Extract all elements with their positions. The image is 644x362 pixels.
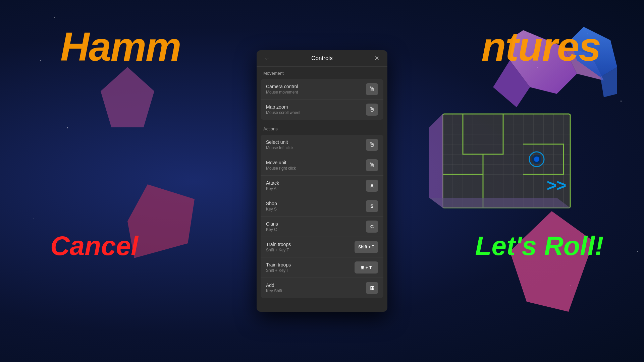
control-camera-name: Camera control: [266, 84, 298, 89]
section-movement: Movement Camera control Mouse movement 🖱…: [257, 67, 387, 120]
control-shop-badge[interactable]: S: [366, 200, 378, 212]
control-camera-key: Mouse movement: [266, 90, 298, 95]
modal-body[interactable]: Movement Camera control Mouse movement 🖱…: [257, 67, 387, 312]
control-clans-name: Clans: [266, 221, 278, 227]
control-shop-key: Key S: [266, 207, 277, 212]
control-move-unit-info: Move unit Mouse right click: [266, 160, 296, 171]
control-move-unit-name: Move unit: [266, 160, 296, 165]
control-add-key: Key Shift: [266, 289, 282, 293]
control-attack: Attack Key A A: [261, 176, 383, 196]
control-select-unit-badge[interactable]: 🖱: [366, 139, 378, 151]
control-shop-info: Shop Key S: [266, 201, 277, 212]
control-camera-badge[interactable]: 🖱: [366, 83, 378, 95]
control-select-unit-key: Mouse left click: [266, 145, 293, 150]
control-train-troops-2-name: Train troops: [266, 262, 291, 267]
control-mapzoom-info: Map zoom Mouse scroll wheel: [266, 104, 300, 115]
control-camera-info: Camera control Mouse movement: [266, 84, 298, 95]
control-shop-name: Shop: [266, 201, 277, 206]
control-clans-badge[interactable]: C: [366, 221, 378, 233]
actions-group: Select unit Mouse left click 🖱 Move unit…: [261, 135, 383, 298]
movement-group: Camera control Mouse movement 🖱 Map zoom…: [261, 79, 383, 120]
control-attack-badge[interactable]: A: [366, 180, 378, 192]
control-move-unit-key: Mouse right click: [266, 166, 296, 171]
modal-title: Controls: [311, 55, 332, 62]
section-actions: Actions Select unit Mouse left click 🖱 M…: [257, 122, 387, 298]
controls-modal: ← Controls ✕ Movement Camera control Mou…: [257, 50, 387, 312]
control-shop: Shop Key S S: [261, 196, 383, 217]
control-clans-info: Clans Key C: [266, 221, 278, 232]
section-header-actions: Actions: [257, 122, 387, 133]
control-train-troops-2-info: Train troops Shift + Key T: [266, 262, 291, 273]
control-add: Add Key Shift ⊞: [261, 278, 383, 298]
control-train-troops-1: Train troops Shift + Key T Shift + T: [261, 237, 383, 257]
control-train-troops-2: Train troops Shift + Key T ⊞ + T: [261, 257, 383, 278]
control-select-unit: Select unit Mouse left click 🖱: [261, 135, 383, 155]
control-attack-key: Key A: [266, 186, 279, 191]
control-attack-info: Attack Key A: [266, 180, 279, 191]
control-add-badge[interactable]: ⊞: [366, 282, 378, 294]
control-train-troops-1-badge[interactable]: Shift + T: [355, 241, 378, 253]
modal-header: ← Controls ✕: [257, 50, 387, 67]
control-mapzoom-name: Map zoom: [266, 104, 300, 110]
control-move-unit-badge[interactable]: 🖱: [366, 159, 378, 171]
back-button[interactable]: ←: [262, 53, 273, 64]
control-attack-name: Attack: [266, 180, 279, 186]
control-clans-key: Key C: [266, 227, 278, 232]
control-add-name: Add: [266, 283, 282, 288]
control-camera: Camera control Mouse movement 🖱: [261, 79, 383, 100]
close-button[interactable]: ✕: [371, 53, 382, 64]
control-mapzoom-key: Mouse scroll wheel: [266, 110, 300, 115]
control-clans: Clans Key C C: [261, 217, 383, 237]
control-train-troops-1-name: Train troops: [266, 242, 291, 247]
modal-overlay: ← Controls ✕ Movement Camera control Mou…: [0, 0, 644, 362]
control-train-troops-1-info: Train troops Shift + Key T: [266, 242, 291, 252]
control-select-unit-name: Select unit: [266, 139, 293, 145]
control-move-unit: Move unit Mouse right click 🖱: [261, 155, 383, 176]
control-train-troops-2-badge[interactable]: ⊞ + T: [355, 261, 378, 274]
control-add-info: Add Key Shift: [266, 283, 282, 293]
control-train-troops-1-key: Shift + Key T: [266, 248, 291, 252]
control-mapzoom: Map zoom Mouse scroll wheel 🖱: [261, 100, 383, 120]
control-mapzoom-badge[interactable]: 🖱: [366, 104, 378, 116]
section-header-movement: Movement: [257, 67, 387, 78]
control-train-troops-2-key: Shift + Key T: [266, 268, 291, 273]
control-select-unit-info: Select unit Mouse left click: [266, 139, 293, 150]
